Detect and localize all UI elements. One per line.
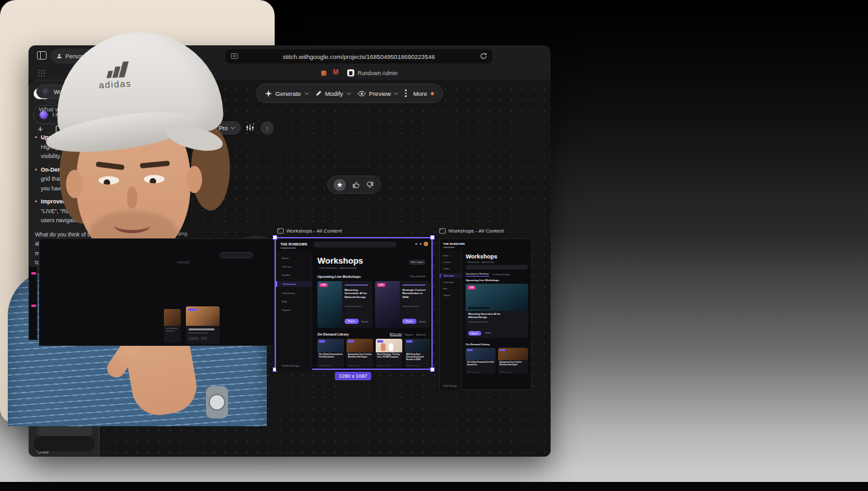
design-subtitle: + 120 workshops · Updated weekly <box>318 267 356 269</box>
send-button[interactable]: ↑ <box>260 121 274 135</box>
design-topbar-dot <box>420 243 422 245</box>
design-brand: THE RUNDOWN <box>280 242 307 246</box>
design-brand: THE RUNDOWN <box>443 242 465 246</box>
design-od-card: The 5-Step Framework for Viral Newslette… <box>317 339 344 368</box>
design-topbar-dot <box>415 243 417 245</box>
grid-icon[interactable] <box>38 70 45 76</box>
gmail-icon[interactable]: M <box>333 69 338 76</box>
chevron-down-icon <box>347 92 351 95</box>
design-od-card: Automating Your Creative Workflow with Z… <box>347 339 373 368</box>
sidebar-toggle-icon[interactable] <box>37 51 47 60</box>
adidas-logo: adidas <box>98 62 131 91</box>
design-featured-card: LIVE Strategic Content Monetization in 2… <box>375 281 430 328</box>
watch <box>206 386 228 418</box>
person-icon <box>56 53 62 59</box>
design-brand-sub <box>280 247 296 249</box>
design-sidebar: Home Courses Guides Workshops Community … <box>440 250 462 391</box>
resize-handle[interactable] <box>273 235 277 240</box>
design-featured-card: LIVE Mastering Generative AI for Editori… <box>466 284 528 338</box>
bookmark-rundown-admin[interactable]: Rundown Admin <box>347 69 398 76</box>
design-live-section: Upcoming Live Workshops <box>317 275 361 279</box>
ear <box>66 170 83 198</box>
design-tabs: Upcoming Live Workshops On-Demand Librar… <box>466 273 510 277</box>
chip-thumbnail <box>42 88 50 96</box>
bookmark-favicon[interactable] <box>321 71 326 76</box>
star-button[interactable]: ★ <box>334 179 346 191</box>
chevron-down-icon <box>231 126 235 130</box>
eye <box>98 176 119 185</box>
design-searchbar <box>314 242 396 247</box>
edge-frame[interactable] <box>29 266 38 340</box>
url-bar[interactable]: stitch.withgoogle.com/projects/168504950… <box>225 49 492 63</box>
design-od-tabs: All Recorded Beginner Advanced <box>390 333 426 336</box>
design-od-card: Brand Strategy: Thriving Like a $100M Co… <box>376 339 402 368</box>
reader-icon[interactable] <box>231 52 238 60</box>
rundown-favicon <box>347 69 354 76</box>
design-subtitle: + 120 workshops · Updated weekly <box>466 261 494 264</box>
chevron-down-icon <box>304 92 309 95</box>
ghost-card <box>186 306 220 344</box>
pencil-icon <box>315 90 322 97</box>
resize-handle[interactable] <box>430 367 435 372</box>
ear <box>187 166 202 193</box>
chevron-down-icon <box>394 92 398 95</box>
add-icon[interactable]: + <box>38 124 43 134</box>
refresh-icon[interactable] <box>480 52 487 60</box>
bookmark-label: Rundown Admin <box>358 70 398 76</box>
sparkle-icon <box>265 90 272 97</box>
reaction-bar: ★ <box>327 176 381 194</box>
resize-handle[interactable] <box>430 235 435 240</box>
design-featured-card: LIVE Mastering Generative AI for Editori… <box>317 281 372 328</box>
star-icon: ★ <box>337 181 343 189</box>
nose <box>127 187 137 209</box>
panel-action-button[interactable] <box>34 436 95 451</box>
design-od-section: On-Demand Library <box>317 332 348 336</box>
tuner-icon[interactable] <box>246 123 255 132</box>
thumbs-down-icon[interactable] <box>366 181 374 189</box>
screen: Personal stitch.withgoogle.com/projects/… <box>0 0 868 491</box>
design-od-section: On-Demand Library <box>466 343 490 346</box>
design-searchbar <box>466 265 528 269</box>
letterbox-bar <box>0 482 868 491</box>
frame-icon <box>439 228 446 234</box>
design-frame-variant[interactable]: THE RUNDOWN Home Courses Guides Workshop… <box>439 238 532 390</box>
adidas-wordmark: adidas <box>98 78 131 91</box>
design-sort: Sort: Latest <box>409 260 426 265</box>
design-title: Workshops <box>466 253 497 260</box>
design-od-card: Automating Your Creative Workflow with Z… <box>498 348 528 374</box>
overflow-icon[interactable] <box>405 89 407 97</box>
edge-live-badge <box>31 304 36 307</box>
mouth <box>114 218 150 233</box>
size-badge: 1280 x 1087 <box>335 372 371 380</box>
frame-label[interactable]: Workshops - All Content <box>277 228 342 234</box>
design-live-section: Upcoming Live Workshops <box>466 279 499 282</box>
send-arrow-icon: ↑ <box>266 124 269 132</box>
eye <box>144 175 165 183</box>
design-sidebar: Home Courses Guides Workshops Community … <box>276 251 312 371</box>
frame-icon <box>277 228 284 234</box>
modify-button[interactable]: Modify <box>315 90 351 97</box>
ghost-pill <box>220 252 253 258</box>
ghost-card <box>164 309 181 343</box>
design-od-card: The 5-Step Framework for Viral Newslette… <box>466 348 496 374</box>
design-od-card: SEO Deep Dive: Dominating Search Results… <box>405 339 430 368</box>
generate-button[interactable]: Generate <box>265 90 309 97</box>
edge-live-badge <box>31 272 36 275</box>
frame-label[interactable]: Workshops - All Content <box>439 228 504 234</box>
design-view-schedule: View Schedule <box>410 275 426 278</box>
main-toolbar: Generate Modify Preview More <box>256 84 443 103</box>
preview-button[interactable]: Preview <box>358 90 399 97</box>
url-text: stitch.withgoogle.com/projects/168504950… <box>282 53 435 60</box>
design-avatar <box>424 242 428 246</box>
ghost-frame[interactable] <box>39 238 275 346</box>
design-frame-selected[interactable]: THE RUNDOWN Home Courses Guides Workshop… <box>275 237 433 370</box>
ghost-bar <box>177 261 190 264</box>
design-brand-sub <box>443 247 455 248</box>
notification-dot <box>431 92 434 95</box>
eye-icon <box>358 91 366 97</box>
more-button[interactable]: More <box>413 90 434 97</box>
thumbs-up-icon[interactable] <box>352 181 360 189</box>
design-title: Workshops <box>317 256 363 266</box>
